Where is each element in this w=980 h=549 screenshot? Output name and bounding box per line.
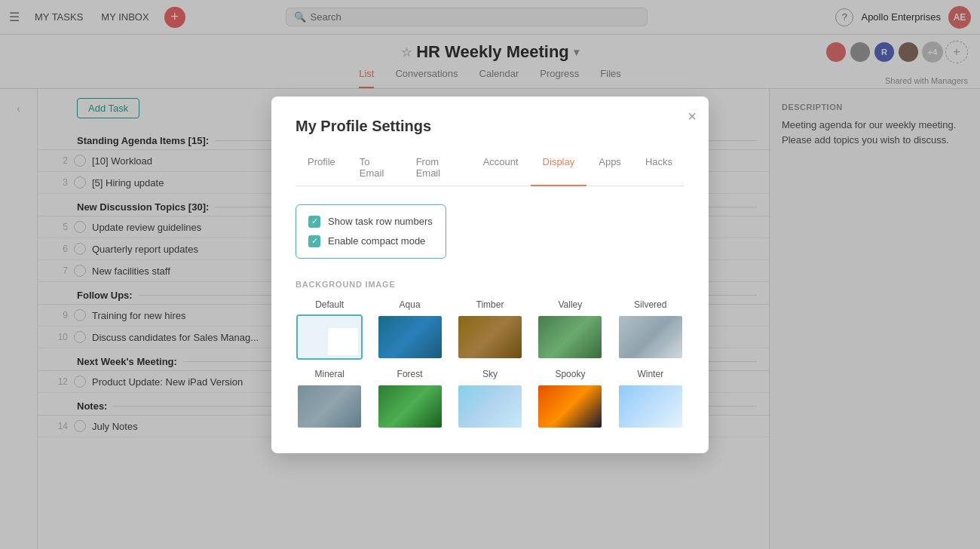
bg-option-forest[interactable]: Forest: [375, 369, 443, 429]
compact-mode-row: ✓ Enable compact mode: [308, 235, 433, 247]
show-row-numbers-checkbox[interactable]: ✓: [308, 216, 320, 228]
bg-option-mineral[interactable]: Mineral: [296, 369, 363, 429]
show-row-numbers-row: ✓ Show task row numbers: [308, 216, 433, 228]
show-row-numbers-label: Show task row numbers: [328, 216, 433, 227]
bg-thumb-valley: [537, 314, 603, 360]
bg-thumb-winter: [617, 384, 684, 429]
modal-tab-hacks[interactable]: Hacks: [633, 150, 684, 186]
modal-tab-profile[interactable]: Profile: [296, 150, 348, 186]
bg-option-aqua[interactable]: Aqua: [375, 299, 443, 360]
background-image-section: BACKGROUND IMAGE Default Aqua: [296, 280, 684, 429]
display-options-section: ✓ Show task row numbers ✓ Enable compact…: [296, 204, 446, 259]
bg-option-spooky[interactable]: Spooky: [536, 369, 604, 429]
compact-mode-label: Enable compact mode: [328, 235, 425, 247]
bg-thumb-forest: [377, 384, 443, 429]
modal-tab-account[interactable]: Account: [471, 150, 531, 186]
bg-option-winter[interactable]: Winter: [617, 369, 684, 429]
bg-option-silvered[interactable]: Silvered: [617, 299, 684, 360]
bg-option-default[interactable]: Default: [296, 299, 363, 360]
bg-option-timber[interactable]: Timber: [456, 299, 524, 360]
bg-thumb-default: [296, 314, 363, 360]
profile-settings-modal: My Profile Settings × Profile To Email F…: [271, 97, 709, 453]
modal-close-button[interactable]: ×: [688, 109, 697, 124]
bg-thumb-silvered: [617, 314, 684, 360]
checkmark-icon: ✓: [311, 216, 318, 226]
bg-option-valley[interactable]: Valley: [536, 299, 604, 360]
checkmark-icon: ✓: [311, 236, 318, 246]
modal-title: My Profile Settings: [296, 118, 684, 135]
bg-thumb-mineral: [296, 384, 363, 429]
modal-tab-bar: Profile To Email From Email Account Disp…: [296, 150, 684, 186]
bg-option-sky[interactable]: Sky: [456, 369, 524, 429]
bg-thumb-aqua: [377, 314, 443, 360]
modal-tab-display[interactable]: Display: [531, 150, 587, 186]
modal-tab-to-email[interactable]: To Email: [348, 150, 404, 186]
bg-thumb-sky: [457, 384, 523, 429]
bg-thumb-timber: [457, 314, 523, 360]
modal-tab-from-email[interactable]: From Email: [404, 150, 471, 186]
background-image-grid: Default Aqua Timber: [296, 299, 684, 429]
modal-overlay: My Profile Settings × Profile To Email F…: [0, 0, 980, 549]
background-image-label: BACKGROUND IMAGE: [296, 280, 684, 289]
bg-thumb-spooky: [537, 384, 603, 429]
compact-mode-checkbox[interactable]: ✓: [308, 235, 320, 247]
modal-tab-apps[interactable]: Apps: [586, 150, 633, 186]
